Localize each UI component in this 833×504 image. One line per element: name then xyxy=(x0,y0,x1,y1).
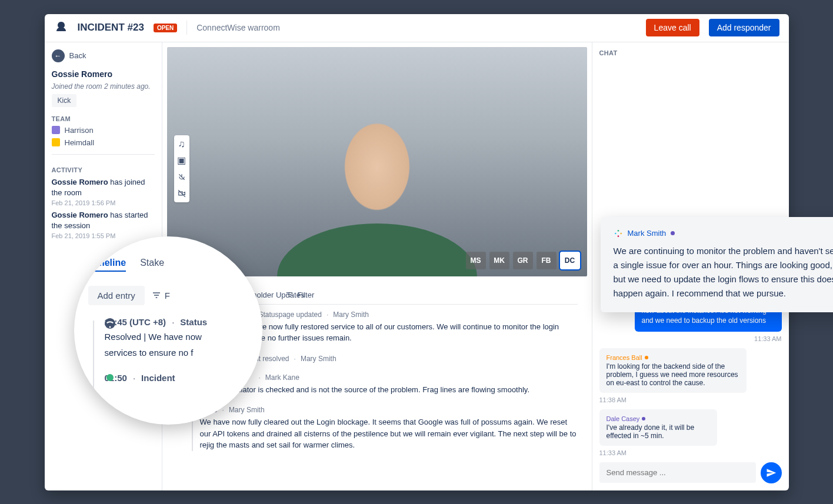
add-entry-button[interactable]: Add entry xyxy=(88,286,145,305)
team-name: Heimdall xyxy=(65,138,95,147)
magnifier-overlay: Timeline Stake Add entry F 16:45 (UTC +8… xyxy=(74,236,262,425)
add-responder-button[interactable]: Add responder xyxy=(709,19,779,36)
activity-entry: Gossie Romero has started the session Fe… xyxy=(52,210,155,239)
incident-title: INCIDENT #23 xyxy=(78,22,144,34)
slack-author: Mark Smith xyxy=(628,229,667,238)
filter-icon xyxy=(152,291,161,300)
participant-name: Gossie Romero xyxy=(52,69,155,79)
magnifier-entry: 16:45 (UTC +8) · Status Resolved | We ha… xyxy=(105,317,248,359)
chat-time: 11:38 AM xyxy=(599,396,782,403)
team-item-heimdall[interactable]: Heimdall xyxy=(52,138,155,147)
team-color-swatch xyxy=(52,138,60,146)
participants-row: MS MK GR FB DC xyxy=(466,252,580,269)
slack-body: We are continuing to monitor the problem… xyxy=(614,244,834,301)
chat-message: Dale Casey I've already done it, it will… xyxy=(599,409,717,446)
status-dot-icon xyxy=(106,374,114,381)
app-logo-icon xyxy=(54,21,68,35)
team-color-swatch xyxy=(52,126,60,134)
camera-off-icon[interactable] xyxy=(176,188,187,199)
timeline-entry: Mark Kane The defragulator is checked an… xyxy=(200,373,578,396)
video-feed: ♫ ▣ MS MK GR FB DC xyxy=(167,47,587,276)
chat-time: 11:33 AM xyxy=(599,449,782,456)
send-icon xyxy=(766,468,777,478)
timeline-entry: dent resolvedMary Smith xyxy=(247,355,578,363)
chat-message: Frances Ball I'm looking for the backend… xyxy=(599,348,747,393)
video-person-face xyxy=(312,98,442,262)
participant-badge-dc[interactable]: DC xyxy=(560,252,580,269)
mute-mic-icon[interactable] xyxy=(176,172,187,182)
status-badge: OPEN xyxy=(154,24,177,32)
team-item-harrison[interactable]: Harrison xyxy=(52,126,155,135)
divider xyxy=(52,154,155,155)
music-icon[interactable]: ♫ xyxy=(176,139,187,149)
participant-badge-ms[interactable]: MS xyxy=(466,252,486,269)
participant-badge-gr[interactable]: GR xyxy=(513,252,533,269)
filter-button[interactable]: Filter xyxy=(285,286,314,304)
activity-section-label: ACTIVITY xyxy=(52,166,155,173)
activity-entry: Gossie Romero has joined the room Feb 21… xyxy=(52,177,155,206)
svg-rect-3 xyxy=(617,235,619,237)
status-dot-icon xyxy=(105,318,115,329)
svg-rect-2 xyxy=(620,232,622,234)
screenshare-icon[interactable]: ▣ xyxy=(176,155,187,166)
send-button[interactable] xyxy=(761,462,782,483)
back-button[interactable]: ← Back xyxy=(52,49,155,62)
slack-message-card: Mark Smith We are continuing to monitor … xyxy=(601,217,834,312)
app-window: INCIDENT #23 OPEN ConnectWise warroom Le… xyxy=(45,14,789,490)
divider xyxy=(186,21,187,35)
timeline-entry: 01:45Mary Smith We have now fully cleare… xyxy=(200,406,578,451)
kick-button[interactable]: Kick xyxy=(52,94,77,107)
back-label: Back xyxy=(69,51,86,60)
status-dot-icon xyxy=(671,231,675,235)
magnifier-filter[interactable]: F xyxy=(152,291,170,301)
svg-rect-0 xyxy=(615,232,617,234)
participant-badge-fb[interactable]: FB xyxy=(537,252,557,269)
video-controls: ♫ ▣ xyxy=(174,135,189,202)
participant-badge-mk[interactable]: MK xyxy=(489,252,509,269)
magnifier-entry: 01:50 · Incident xyxy=(105,373,248,383)
leave-call-button[interactable]: Leave call xyxy=(646,19,699,36)
chat-label: CHAT xyxy=(599,49,782,56)
mag-tab-stakeholder[interactable]: Stake xyxy=(140,258,164,272)
header-bar: INCIDENT #23 OPEN ConnectWise warroom Le… xyxy=(45,14,789,42)
back-arrow-icon: ← xyxy=(52,49,65,62)
team-name: Harrison xyxy=(65,126,94,135)
chat-time: 11:33 AM xyxy=(599,335,782,342)
filter-icon xyxy=(285,291,294,299)
room-name: ConnectWise warroom xyxy=(196,23,280,32)
chat-input[interactable] xyxy=(599,462,756,483)
joined-text: Joined the room 2 minutes ago. xyxy=(52,82,155,91)
slack-icon xyxy=(614,229,623,238)
svg-rect-1 xyxy=(617,230,619,232)
team-section-label: TEAM xyxy=(52,115,155,122)
